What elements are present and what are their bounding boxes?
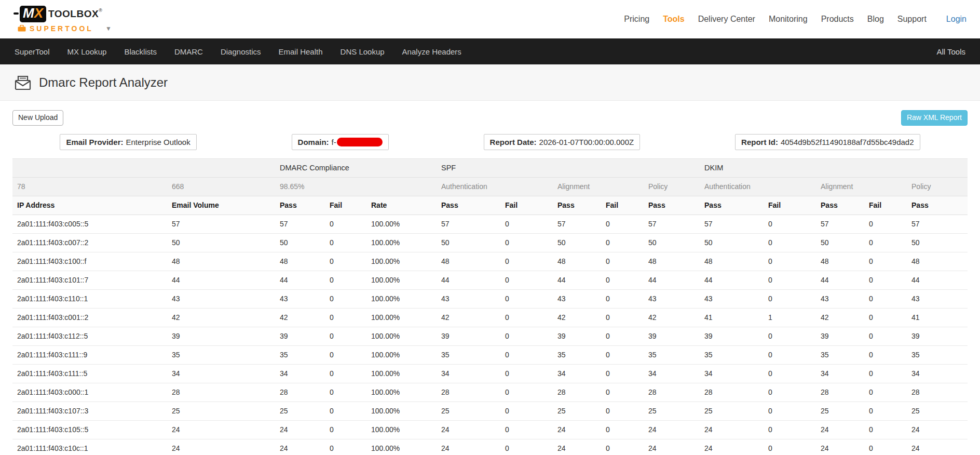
supertool-selector[interactable]: SUPERTOOL ▼ [18, 24, 112, 33]
toolbar-item-dmarc[interactable]: DMARC [174, 47, 203, 56]
value-cell: 43 [275, 289, 325, 308]
table-row[interactable]: 2a01:111:f403:c105::524240100.00%2402402… [12, 420, 968, 439]
value-cell: 39 [816, 327, 864, 345]
value-cell: 24 [644, 420, 700, 439]
table-row[interactable]: 2a01:111:f403:c112::539390100.00%3903903… [12, 327, 968, 345]
value-cell: 34 [553, 364, 601, 383]
toolbar-item-dns-lookup[interactable]: DNS Lookup [341, 47, 385, 56]
value-cell: 0 [325, 383, 366, 402]
value-cell: 0 [601, 308, 644, 327]
value-cell: 39 [167, 327, 275, 345]
dkim-group-header: DKIM [700, 158, 968, 177]
column-header-row: IP AddressEmail VolumePassFailRatePassFa… [12, 196, 968, 215]
dkim-authentication-subheader: Authentication [700, 177, 816, 196]
column-header-10-pass: Pass [700, 196, 764, 215]
value-cell: 100.00% [366, 271, 437, 289]
value-cell: 35 [907, 345, 968, 364]
toolbar-item-supertool[interactable]: SuperTool [15, 47, 50, 56]
value-cell: 57 [437, 215, 500, 233]
all-tools-link[interactable]: All Tools [936, 47, 965, 56]
value-cell: 0 [500, 271, 553, 289]
value-cell: 0 [325, 233, 366, 252]
new-upload-button[interactable]: New Upload [12, 110, 63, 126]
main-content: New Upload Raw XML Report Email Provider… [0, 110, 980, 455]
table-row[interactable]: 2a01:111:f403:c005::557570100.00%5705705… [12, 215, 968, 233]
value-cell: 1 [764, 308, 816, 327]
table-row[interactable]: 2a01:111:f403:c007::250500100.00%5005005… [12, 233, 968, 252]
value-cell: 0 [500, 308, 553, 327]
value-cell: 24 [167, 439, 275, 455]
logo-dash [13, 12, 19, 15]
value-cell: 100.00% [366, 402, 437, 420]
ip-address-cell: 2a01:111:f403:c10c::1 [12, 439, 167, 455]
table-row[interactable]: 2a01:111:f403:c000::128280100.00%2802802… [12, 383, 968, 402]
value-cell: 100.00% [366, 345, 437, 364]
nav-item-support[interactable]: Support [897, 15, 927, 24]
value-cell: 0 [601, 420, 644, 439]
table-row[interactable]: 2a01:111:f403:c107::325250100.00%2502502… [12, 402, 968, 420]
value-cell: 43 [167, 289, 275, 308]
nav-item-monitoring[interactable]: Monitoring [769, 15, 808, 24]
logo-m: M [23, 5, 34, 21]
value-cell: 24 [816, 439, 864, 455]
value-cell: 0 [764, 364, 816, 383]
logo-mx-badge: MX [20, 6, 46, 22]
table-row[interactable]: 2a01:111:f403:c101::744440100.00%4404404… [12, 271, 968, 289]
table-row[interactable]: 2a01:111:f403:c100::f48480100.00%4804804… [12, 252, 968, 271]
toolbar-item-diagnostics[interactable]: Diagnostics [221, 47, 261, 56]
nav-item-delivery-center[interactable]: Delivery Center [698, 15, 755, 24]
table-row[interactable]: 2a01:111:f403:c111::534340100.00%3403403… [12, 364, 968, 383]
value-cell: 24 [553, 420, 601, 439]
value-cell: 43 [644, 289, 700, 308]
value-cell: 35 [275, 345, 325, 364]
email-provider-box: Email Provider:Enterprise Outlook [60, 134, 196, 150]
column-header-11-fail: Fail [764, 196, 816, 215]
value-cell: 34 [644, 364, 700, 383]
value-cell: 57 [644, 215, 700, 233]
value-cell: 0 [601, 383, 644, 402]
toolbar-item-blacklists[interactable]: Blacklists [124, 47, 157, 56]
actions-row: New Upload Raw XML Report [12, 110, 968, 126]
value-cell: 35 [167, 345, 275, 364]
value-cell: 48 [167, 252, 275, 271]
table-row[interactable]: 2a01:111:f403:c110::143430100.00%4304304… [12, 289, 968, 308]
mxtoolbox-logo[interactable]: MX TOOLBOX ® SUPERTOOL ▼ [13, 6, 112, 33]
value-cell: 42 [644, 308, 700, 327]
toolbar-item-analyze-headers[interactable]: Analyze Headers [402, 47, 461, 56]
nav-item-tools[interactable]: Tools [663, 15, 684, 24]
ip-address-cell: 2a01:111:f403:c110::1 [12, 289, 167, 308]
toolbar-item-email-health[interactable]: Email Health [279, 47, 323, 56]
value-cell: 43 [700, 289, 764, 308]
value-cell: 48 [553, 252, 601, 271]
value-cell: 57 [700, 215, 764, 233]
value-cell: 25 [553, 402, 601, 420]
page-title: Dmarc Report Analyzer [39, 75, 168, 90]
toolbar-item-mx-lookup[interactable]: MX Lookup [67, 47, 107, 56]
chevron-down-icon[interactable]: ▼ [105, 25, 112, 32]
value-cell: 35 [816, 345, 864, 364]
nav-item-pricing[interactable]: Pricing [624, 15, 649, 24]
nav-item-products[interactable]: Products [821, 15, 854, 24]
column-header-8-fail: Fail [601, 196, 644, 215]
value-cell: 24 [275, 420, 325, 439]
table-row[interactable]: 2a01:111:f403:c10c::124240100.00%2402402… [12, 439, 968, 455]
value-cell: 28 [553, 383, 601, 402]
value-cell: 100.00% [366, 420, 437, 439]
table-row[interactable]: 2a01:111:f403:c111::935350100.00%3503503… [12, 345, 968, 364]
column-header-1-email-volume: Email Volume [167, 196, 275, 215]
report-meta-row: Email Provider:Enterprise Outlook Domain… [12, 134, 968, 150]
compliance-rate: 98.65% [275, 177, 437, 196]
table-row[interactable]: 2a01:111:f403:c001::242420100.00%4204204… [12, 308, 968, 327]
value-cell: 0 [601, 364, 644, 383]
value-cell: 0 [601, 233, 644, 252]
ip-address-cell: 2a01:111:f403:c100::f [12, 252, 167, 271]
raw-xml-report-button[interactable]: Raw XML Report [901, 110, 968, 126]
value-cell: 0 [764, 420, 816, 439]
nav-item-blog[interactable]: Blog [867, 15, 884, 24]
value-cell: 28 [907, 383, 968, 402]
login-link[interactable]: Login [946, 15, 967, 24]
value-cell: 24 [167, 420, 275, 439]
column-header-5-pass: Pass [437, 196, 500, 215]
value-cell: 0 [325, 271, 366, 289]
value-cell: 28 [700, 383, 764, 402]
